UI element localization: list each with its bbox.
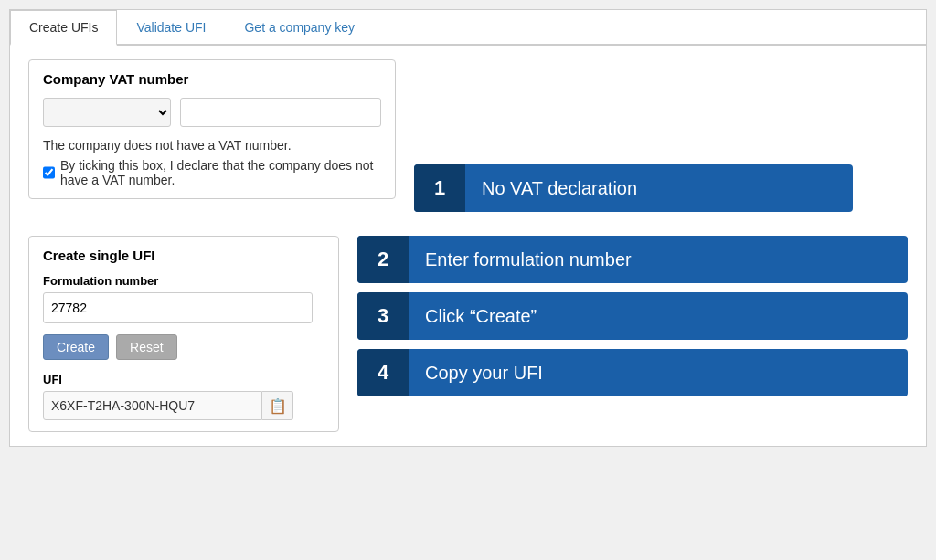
- vat-country-select[interactable]: [43, 98, 171, 127]
- copy-icon: 📋: [269, 397, 287, 415]
- callout-2-number: 2: [357, 236, 409, 283]
- formulation-label: Formulation number: [43, 274, 324, 288]
- vat-section: Company VAT number The company does not …: [28, 59, 396, 217]
- callout-3: 3 Click “Create”: [357, 292, 908, 340]
- single-ufi-section: Create single UFI Formulation number Cre…: [28, 236, 339, 432]
- callout-4-text: Copy your UFI: [409, 363, 559, 384]
- tab-validate-ufi[interactable]: Validate UFI: [117, 10, 225, 44]
- callout-1-text: No VAT declaration: [465, 178, 654, 199]
- callout-3-text: Click “Create”: [409, 306, 553, 327]
- callout-3-number: 3: [357, 292, 409, 340]
- no-vat-text: The company does not have a VAT number.: [43, 138, 381, 153]
- callout-1-number: 1: [414, 164, 465, 212]
- no-vat-checkbox-label: By ticking this box, I declare that the …: [60, 158, 381, 187]
- callout-2-text: Enter formulation number: [409, 249, 648, 270]
- no-vat-checkbox[interactable]: [43, 166, 55, 179]
- ufi-output-input[interactable]: [43, 391, 262, 420]
- action-buttons: Create Reset: [43, 334, 324, 360]
- vat-row: Company VAT number The company does not …: [28, 59, 908, 217]
- vat-callout-col: 1 No VAT declaration: [414, 59, 908, 217]
- callout-4: 4 Copy your UFI: [357, 349, 908, 396]
- no-vat-checkbox-row: By ticking this box, I declare that the …: [43, 158, 381, 187]
- vat-title: Company VAT number: [43, 71, 381, 87]
- ufi-label: UFI: [43, 373, 324, 386]
- single-ufi-title: Create single UFI: [43, 248, 324, 263]
- ufi-two-col: Create single UFI Formulation number Cre…: [28, 236, 908, 432]
- ufi-copy-button[interactable]: 📋: [262, 391, 293, 420]
- ufi-output-row: 📋: [43, 391, 324, 420]
- ufi-right-col: 2 Enter formulation number 3 Click “Crea…: [357, 236, 908, 432]
- vat-number-input[interactable]: [180, 98, 381, 127]
- ufi-left-col: Create single UFI Formulation number Cre…: [28, 236, 339, 432]
- vat-box: Company VAT number The company does not …: [28, 59, 396, 199]
- formulation-input[interactable]: [43, 292, 313, 323]
- reset-button[interactable]: Reset: [116, 334, 177, 360]
- tabs-bar: Create UFIs Validate UFI Get a company k…: [10, 10, 926, 46]
- main-container: Create UFIs Validate UFI Get a company k…: [9, 9, 927, 447]
- vat-inputs-row: [43, 98, 381, 127]
- callout-2: 2 Enter formulation number: [357, 236, 908, 283]
- callout-1: 1 No VAT declaration: [414, 164, 853, 212]
- create-button[interactable]: Create: [43, 334, 109, 360]
- content-area: Company VAT number The company does not …: [10, 46, 926, 446]
- callout-4-number: 4: [357, 349, 409, 396]
- tab-create-ufis[interactable]: Create UFIs: [10, 10, 117, 46]
- tab-get-company-key[interactable]: Get a company key: [225, 10, 374, 44]
